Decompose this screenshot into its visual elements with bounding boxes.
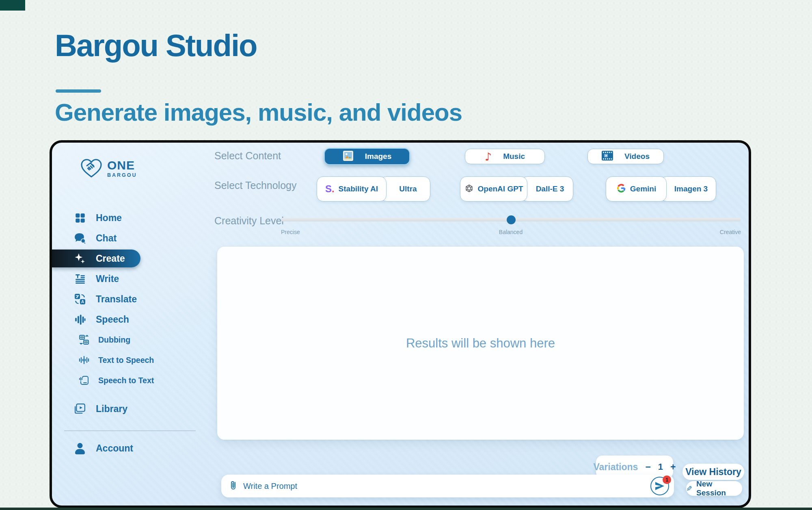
sidebar-item-create[interactable]: Create: [52, 248, 210, 269]
tech-provider-label: Stability AI: [339, 184, 378, 193]
creativity-level-label: Creativity Level: [214, 215, 284, 227]
tech-group-stability: S. Stability AI Ultra: [317, 176, 430, 202]
sidebar-item-chat[interactable]: Chat: [52, 228, 210, 248]
logo-text-one: ONE: [107, 159, 137, 171]
account-icon: [73, 443, 87, 455]
sidebar-item-text-to-speech[interactable]: Text to Speech: [52, 350, 210, 370]
paperclip-icon[interactable]: [229, 480, 238, 492]
new-session-label: New Session: [696, 480, 742, 497]
tech-provider-openai-gpt[interactable]: OpenAI GPT: [460, 176, 527, 202]
creativity-slider[interactable]: [281, 218, 741, 221]
slider-tick-creative: Creative: [720, 229, 741, 235]
bottom-strip: [0, 508, 812, 510]
sidebar-divider: [64, 430, 196, 431]
variations-plus-button[interactable]: +: [670, 462, 676, 473]
translate-icon: A: [73, 293, 87, 305]
svg-text:A: A: [81, 299, 84, 304]
sidebar-item-label: Write: [96, 273, 119, 284]
content-option-label: Images: [365, 152, 391, 161]
content-option-music[interactable]: ♪ Music: [465, 149, 545, 164]
tech-model-ultra[interactable]: Ultra: [380, 176, 430, 202]
sidebar-item-label: Speech: [96, 314, 129, 325]
sidebar-item-label: Library: [96, 404, 127, 415]
dubbing-icon: [78, 334, 90, 345]
stability-ai-logo: S.: [325, 184, 335, 194]
content-option-label: Music: [503, 152, 525, 161]
sidebar-item-home[interactable]: Home: [52, 208, 210, 228]
tech-model-label: Imagen 3: [674, 184, 708, 193]
library-icon: [73, 403, 87, 415]
variations-label: Variations: [593, 462, 638, 473]
tech-model-imagen3[interactable]: Imagen 3: [660, 176, 716, 202]
new-session-button[interactable]: ✎ New Session: [686, 481, 742, 496]
main-panel: Select Content Images ♪ Music Videos Sel…: [210, 143, 749, 506]
tech-provider-label: OpenAI GPT: [478, 184, 523, 193]
heart-handshake-icon: [80, 158, 103, 179]
title-underline: [56, 89, 101, 93]
page-title: Bargou Studio: [55, 28, 257, 63]
tech-provider-label: Gemini: [630, 184, 656, 193]
variations-value: 1: [658, 462, 663, 472]
sidebar-item-library[interactable]: Library: [52, 399, 210, 419]
slider-tick-precise: Precise: [281, 229, 300, 235]
music-note-icon: ♪: [485, 151, 492, 162]
sidebar-item-label: Account: [96, 443, 133, 454]
content-option-images[interactable]: Images: [324, 148, 410, 165]
creativity-slider-thumb[interactable]: [507, 215, 516, 224]
transcribe-icon: [78, 375, 90, 386]
page-subtitle: Generate images, music, and videos: [55, 98, 462, 126]
tech-group-gemini: Gemini Imagen 3: [606, 176, 716, 202]
slider-tick-balanced: Balanced: [499, 229, 523, 235]
framed-picture-icon: [343, 150, 354, 163]
write-icon: [73, 273, 87, 285]
view-history-button[interactable]: View History: [682, 464, 744, 480]
send-button[interactable]: 1: [650, 477, 669, 495]
app-logo: ONE BARGOU: [80, 158, 137, 179]
view-history-label: View History: [685, 467, 741, 477]
tech-provider-stability-ai[interactable]: S. Stability AI: [317, 176, 387, 202]
sidebar-item-dubbing[interactable]: Dubbing: [52, 330, 210, 350]
pencil-icon: ✎: [686, 484, 692, 493]
tech-model-label: Ultra: [399, 184, 417, 193]
openai-logo: [464, 184, 474, 195]
sidebar-item-label: Text to Speech: [98, 356, 154, 365]
results-panel: Results will be shown here: [217, 247, 744, 440]
content-option-label: Videos: [624, 152, 650, 161]
google-logo: [616, 183, 626, 195]
chat-icon: [73, 232, 87, 244]
sidebar-item-speech-to-text[interactable]: Speech to Text: [52, 370, 210, 391]
sidebar-item-label: Dubbing: [98, 335, 130, 345]
sidebar-nav: Home Chat Create Write: [52, 208, 210, 459]
content-option-videos[interactable]: Videos: [587, 149, 664, 164]
grid-icon: [73, 212, 87, 224]
logo-text-bargou: BARGOU: [107, 172, 137, 178]
sidebar-item-account[interactable]: Account: [52, 438, 210, 459]
select-content-label: Select Content: [214, 150, 281, 162]
select-technology-label: Select Technology: [214, 180, 296, 191]
waveform-icon: [78, 354, 90, 366]
sidebar-item-label: Speech to Text: [98, 376, 154, 385]
sidebar-item-speech[interactable]: Speech: [52, 309, 210, 330]
sparkles-icon: [73, 252, 87, 265]
tech-model-dalle3[interactable]: Dall-E 3: [521, 176, 573, 202]
tech-provider-gemini[interactable]: Gemini: [606, 176, 667, 202]
prompt-input[interactable]: [243, 482, 646, 491]
sidebar-item-label: Create: [96, 253, 125, 264]
tech-group-openai: OpenAI GPT Dall-E 3: [460, 176, 573, 202]
app-window: ONE BARGOU Home Chat: [50, 140, 751, 508]
sidebar-item-label: Translate: [96, 294, 137, 305]
sidebar: ONE BARGOU Home Chat: [52, 143, 210, 506]
sidebar-item-label: Chat: [96, 233, 117, 244]
sidebar-item-write[interactable]: Write: [52, 269, 210, 289]
tech-model-label: Dall-E 3: [536, 184, 564, 193]
variations-minus-button[interactable]: −: [645, 462, 650, 473]
sidebar-item-label: Home: [96, 213, 122, 224]
prompt-bar: 1: [221, 475, 674, 497]
send-badge: 1: [663, 475, 671, 484]
sidebar-item-translate[interactable]: A Translate: [52, 289, 210, 309]
equalizer-icon: [73, 313, 87, 326]
corner-accent-block: [0, 0, 25, 11]
film-strip-icon: [602, 151, 613, 162]
results-placeholder: Results will be shown here: [406, 336, 555, 351]
